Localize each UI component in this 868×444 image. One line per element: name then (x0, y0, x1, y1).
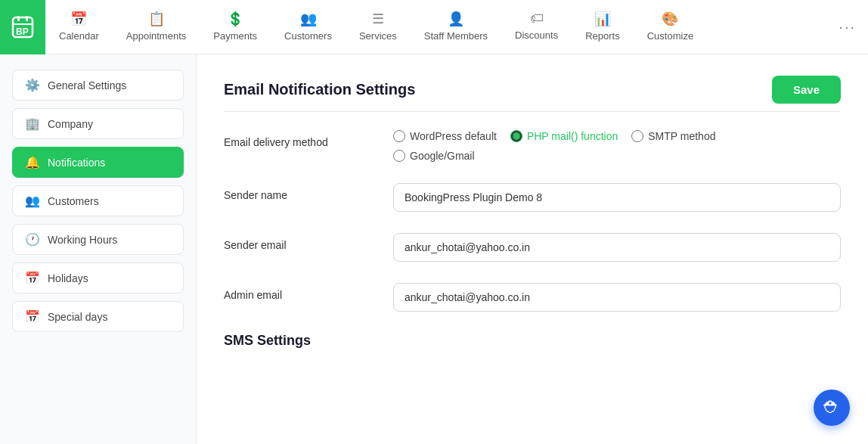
radio-wp-default[interactable]: WordPress default (393, 130, 497, 142)
logo-icon: BP (11, 15, 35, 39)
admin-email-field (393, 283, 841, 312)
svg-rect-1 (17, 16, 20, 21)
delivery-method-label: Email delivery method (224, 130, 375, 148)
sidebar-item-notifications[interactable]: 🔔 Notifications (12, 147, 184, 178)
sender-name-row: Sender name (224, 183, 841, 212)
nav-items: 📅 Calendar 📋 Appointments 💲 Payments 👥 C… (45, 0, 839, 54)
reports-icon: 📊 (594, 11, 611, 27)
general-settings-icon: ⚙️ (25, 78, 40, 92)
sender-name-input[interactable] (393, 183, 841, 212)
sidebar-customers-icon: 👥 (25, 194, 40, 208)
nav-label-payments: Payments (213, 30, 257, 42)
sidebar-item-customers[interactable]: 👥 Customers (12, 185, 184, 216)
radio-group-delivery: WordPress default PHP mail() function SM… (393, 130, 841, 142)
nav-item-staff[interactable]: 👤 Staff Members (411, 0, 501, 54)
radio-label-php-mail: PHP mail() function (527, 130, 618, 142)
company-icon: 🏢 (25, 116, 40, 131)
nav-label-services: Services (359, 30, 397, 42)
nav-label-reports: Reports (585, 30, 620, 42)
help-icon: ⛑ (823, 398, 840, 418)
sidebar-item-company[interactable]: 🏢 Company (12, 108, 184, 139)
radio-input-google[interactable] (393, 150, 405, 162)
sidebar-item-special-days[interactable]: 📅 Special days (12, 301, 184, 332)
nav-label-discounts: Discounts (515, 29, 558, 41)
payments-icon: 💲 (227, 11, 243, 27)
calendar-icon: 📅 (70, 11, 87, 27)
sidebar-label-special-days: Special days (48, 311, 107, 323)
sidebar-label-working-hours: Working Hours (48, 234, 117, 246)
sender-email-label: Sender email (224, 233, 375, 251)
sidebar: ⚙️ General Settings 🏢 Company 🔔 Notifica… (0, 54, 197, 444)
radio-input-php-mail[interactable] (510, 130, 522, 142)
holidays-icon: 📅 (25, 271, 40, 285)
nav-more-button[interactable]: ··· (839, 18, 868, 36)
nav-item-discounts[interactable]: 🏷 Discounts (501, 0, 572, 54)
radio-label-wp-default: WordPress default (410, 130, 497, 142)
main-content: Email Notification Settings Save Email d… (197, 54, 868, 444)
sidebar-label-holidays: Holidays (48, 272, 88, 284)
section-header: Email Notification Settings Save (224, 76, 841, 104)
layout: ⚙️ General Settings 🏢 Company 🔔 Notifica… (0, 54, 868, 444)
radio-label-smtp: SMTP method (648, 130, 715, 142)
section-divider (224, 111, 841, 112)
section-title: Email Notification Settings (224, 81, 415, 98)
sidebar-item-working-hours[interactable]: 🕐 Working Hours (12, 224, 184, 255)
nav-label-customize: Customize (647, 30, 693, 42)
svg-rect-2 (26, 16, 28, 21)
save-button[interactable]: Save (772, 76, 841, 104)
nav-item-reports[interactable]: 📊 Reports (572, 0, 634, 54)
working-hours-icon: 🕐 (25, 232, 40, 247)
sidebar-label-notifications: Notifications (48, 157, 105, 169)
nav-item-customize[interactable]: 🎨 Customize (634, 0, 707, 54)
admin-email-label: Admin email (224, 283, 375, 301)
radio-input-wp-default[interactable] (393, 130, 405, 142)
help-button[interactable]: ⛑ (814, 390, 850, 426)
sidebar-label-customers: Customers (48, 195, 99, 207)
admin-email-row: Admin email (224, 283, 841, 312)
radio-group-delivery-2: Google/Gmail (393, 150, 841, 162)
nav-item-services[interactable]: ☰ Services (346, 0, 411, 54)
nav-item-payments[interactable]: 💲 Payments (200, 0, 271, 54)
sms-section-title: SMS Settings (224, 333, 841, 349)
sender-name-field (393, 183, 841, 212)
delivery-method-row: Email delivery method WordPress default … (224, 130, 841, 162)
admin-email-input[interactable] (393, 283, 841, 312)
delivery-method-field: WordPress default PHP mail() function SM… (393, 130, 841, 162)
sender-email-row: Sender email (224, 233, 841, 262)
top-nav: BP 📅 Calendar 📋 Appointments 💲 Payments … (0, 0, 868, 54)
customers-icon: 👥 (300, 11, 317, 27)
sender-email-input[interactable] (393, 233, 841, 262)
radio-input-smtp[interactable] (631, 130, 643, 142)
sidebar-label-company: Company (48, 118, 93, 130)
services-icon: ☰ (372, 11, 384, 27)
sender-email-field (393, 233, 841, 262)
appointments-icon: 📋 (148, 11, 165, 27)
sidebar-item-holidays[interactable]: 📅 Holidays (12, 262, 184, 293)
nav-item-calendar[interactable]: 📅 Calendar (45, 0, 113, 54)
nav-item-customers[interactable]: 👥 Customers (271, 0, 346, 54)
special-days-icon: 📅 (25, 309, 40, 324)
staff-icon: 👤 (448, 11, 464, 27)
svg-text:BP: BP (16, 26, 29, 37)
radio-smtp[interactable]: SMTP method (631, 130, 715, 142)
sidebar-item-general[interactable]: ⚙️ General Settings (12, 70, 184, 101)
nav-label-customers: Customers (284, 30, 332, 42)
radio-google[interactable]: Google/Gmail (393, 150, 475, 162)
radio-label-google: Google/Gmail (410, 150, 475, 162)
radio-php-mail[interactable]: PHP mail() function (510, 130, 618, 142)
notifications-icon: 🔔 (25, 155, 40, 169)
nav-label-appointments: Appointments (126, 30, 187, 42)
nav-label-calendar: Calendar (59, 30, 99, 42)
customize-icon: 🎨 (662, 11, 678, 27)
app-logo[interactable]: BP (0, 0, 45, 54)
discounts-icon: 🏷 (530, 11, 544, 26)
sender-name-label: Sender name (224, 183, 375, 201)
nav-item-appointments[interactable]: 📋 Appointments (113, 0, 200, 54)
sidebar-label-general: General Settings (48, 79, 126, 92)
nav-label-staff: Staff Members (424, 30, 488, 42)
